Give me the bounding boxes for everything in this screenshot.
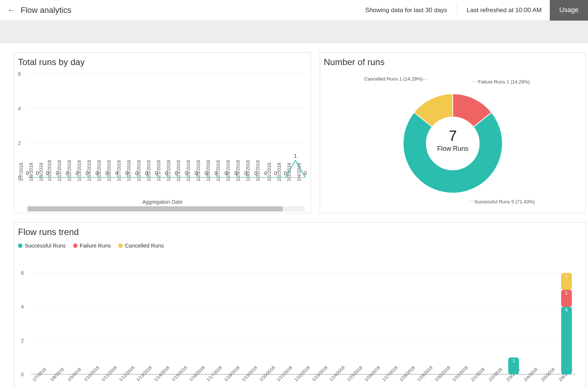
- page-title: Flow analytics: [21, 6, 71, 15]
- x-tick: 1/31/2018: [255, 160, 261, 181]
- chart-legend: Successful RunsFailure RunsCancelled Run…: [14, 239, 585, 252]
- x-tick: 2/2/2018: [276, 163, 282, 181]
- donut-slice-label: Cancelled Runs 1 (14.29%): [364, 76, 423, 82]
- x-tick: 1/16/2018: [106, 160, 112, 181]
- card-flow-runs-trend: Flow runs trend Successful RunsFailure R…: [14, 222, 586, 388]
- x-tick: 1/30/2018: [245, 160, 251, 181]
- usage-button[interactable]: Usage: [550, 0, 588, 21]
- x-tick: 1/22/2018: [166, 160, 171, 181]
- x-tick: 2/3/2018: [286, 163, 292, 181]
- legend-dot-icon: [73, 243, 78, 248]
- x-tick: 1/8/2018: [28, 163, 34, 181]
- stacked-bar-chart[interactable]: 02461/7/20181/8/20181/9/20181/10/20181/1…: [31, 273, 575, 374]
- x-tick: 1/25/2018: [196, 160, 201, 181]
- x-tick: 1/28/2018: [225, 160, 231, 181]
- card-title: Total runs by day: [14, 53, 311, 70]
- x-tick: 1/17/2018: [116, 160, 122, 181]
- x-tick: 1/12/2018: [67, 160, 72, 181]
- data-label: 1: [294, 153, 297, 159]
- y-tick: 0: [21, 371, 24, 377]
- data-window-label: Showing data for last 30 days: [357, 7, 455, 14]
- x-tick: 1/20/2018: [146, 160, 151, 181]
- y-tick: 6: [21, 270, 24, 276]
- legend-label: Failure Runs: [80, 242, 111, 249]
- x-tick: 1/26/2018: [205, 160, 211, 181]
- y-tick: 2: [18, 140, 21, 146]
- x-tick: 1/9/2018: [38, 163, 44, 181]
- y-tick: 4: [21, 304, 24, 310]
- x-tick: 1/10/2018: [47, 160, 52, 181]
- card-title: Number of runs: [320, 53, 585, 70]
- card-number-of-runs: Number of runs 7 Flow Runs Cancelled Run…: [320, 52, 586, 213]
- x-tick: 1/23/2018: [176, 160, 181, 181]
- legend-dot-icon: [18, 243, 22, 248]
- x-tick: 1/27/2018: [215, 160, 221, 181]
- x-tick: 1/14/2018: [86, 160, 92, 181]
- legend-item[interactable]: Successful Runs: [18, 242, 66, 249]
- x-tick: 2/4/2018: [296, 163, 302, 181]
- divider: [457, 3, 457, 18]
- donut-chart[interactable]: 7 Flow Runs Cancelled Runs 1 (14.29%)Fai…: [320, 70, 585, 213]
- data-label: 0: [304, 170, 307, 176]
- legend-dot-icon: [118, 243, 123, 248]
- line-chart[interactable]: 024601/7/201801/8/201801/9/201801/10/201…: [28, 74, 305, 178]
- x-tick: 1/24/2018: [186, 160, 191, 181]
- y-tick: 2: [21, 338, 24, 343]
- card-title: Flow runs trend: [14, 223, 585, 239]
- x-tick: 1/21/2018: [156, 160, 161, 181]
- donut-sub-label: Flow Runs: [437, 145, 468, 153]
- card-total-runs-by-day: Total runs by day 024601/7/201801/8/2018…: [14, 52, 311, 213]
- legend-label: Successful Runs: [25, 242, 66, 249]
- donut-center: 7 Flow Runs: [437, 128, 468, 153]
- x-tick: 1/13/2018: [76, 160, 82, 181]
- header-bar: ← Flow analytics Showing data for last 3…: [0, 0, 588, 21]
- x-tick: 1/19/2018: [136, 160, 141, 181]
- bar-segment[interactable]: 1: [561, 273, 572, 290]
- legend-label: Cancelled Runs: [125, 242, 164, 249]
- x-tick: 1/11/2018: [57, 160, 62, 181]
- bar-segment[interactable]: 1: [508, 357, 519, 374]
- donut-slice-label: Successful Runs 5 (71.43%): [474, 199, 535, 204]
- y-tick: 4: [18, 106, 21, 111]
- x-axis-label: Aggregation Date: [143, 199, 183, 205]
- x-tick: 1/15/2018: [96, 160, 102, 181]
- x-tick: 2/1/2018: [266, 163, 272, 181]
- x-tick: 1/18/2018: [126, 160, 132, 181]
- x-tick: 1/29/2018: [235, 160, 241, 181]
- header-band: [0, 21, 588, 43]
- bar-segment[interactable]: 1: [561, 290, 572, 307]
- horizontal-scrollbar[interactable]: [28, 206, 305, 211]
- donut-slice-label: Failure Runs 1 (14.29%): [478, 79, 530, 85]
- scrollbar-thumb[interactable]: [28, 206, 283, 211]
- donut-total: 7: [437, 128, 468, 144]
- x-tick: 1/7/2018: [18, 163, 24, 181]
- back-arrow-icon[interactable]: ←: [7, 6, 21, 15]
- y-tick: 6: [18, 71, 21, 77]
- legend-item[interactable]: Cancelled Runs: [118, 242, 164, 249]
- last-refreshed-label: Last refreshed at 10:00 AM: [459, 7, 550, 14]
- legend-item[interactable]: Failure Runs: [73, 242, 111, 249]
- bar-segment[interactable]: 4: [561, 307, 572, 374]
